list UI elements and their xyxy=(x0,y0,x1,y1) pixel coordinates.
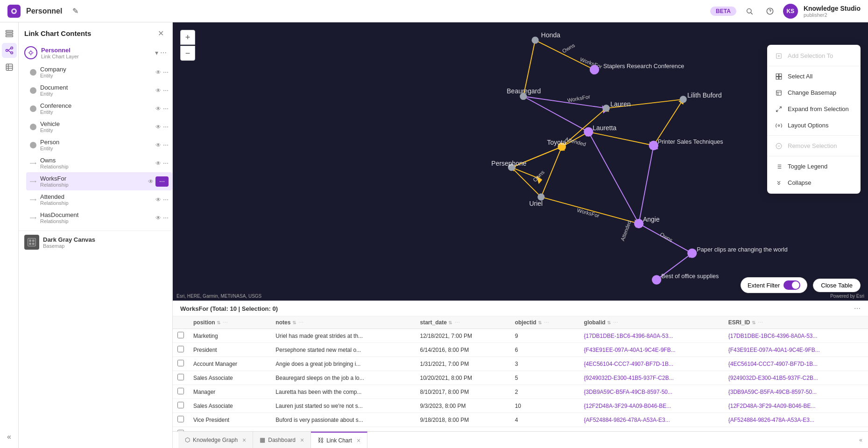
layer-collapse-button[interactable]: ▾ xyxy=(155,49,158,56)
entity-more-conference[interactable]: ⋯ xyxy=(163,105,169,112)
menu-change-basemap[interactable]: Change Basemap xyxy=(767,84,861,101)
col-esriid-header: ESRI_ID ⇅ ⋯ xyxy=(724,316,868,329)
menu-select-all[interactable]: Select All xyxy=(767,68,861,84)
col-sort-position[interactable]: ⇅ xyxy=(217,320,220,325)
col-sort-notes[interactable]: ⇅ xyxy=(292,320,296,325)
svg-text:Toyota: Toyota xyxy=(547,139,566,146)
entity-visibility-company[interactable]: 👁 xyxy=(155,69,161,76)
nav-layers-button[interactable] xyxy=(2,26,17,41)
zoom-out-button[interactable]: − xyxy=(180,46,195,61)
zoom-in-button[interactable]: + xyxy=(180,30,195,45)
row-position-0: Marketing xyxy=(189,329,271,343)
entity-more-owns[interactable]: ⋯ xyxy=(163,160,169,167)
tab-dashboard[interactable]: ▦ Dashboard × xyxy=(253,432,311,448)
nav-table-button[interactable] xyxy=(2,60,17,75)
entity-name-company: Company xyxy=(40,66,152,73)
entity-more-document[interactable]: ⋯ xyxy=(163,87,169,94)
tab-close-dashboard[interactable]: × xyxy=(298,437,304,443)
row-checkbox-0[interactable] xyxy=(173,329,189,343)
menu-remove-selection[interactable]: Remove Selection xyxy=(767,138,861,154)
tab-close-link-chart[interactable]: × xyxy=(355,437,360,444)
nav-collapse-button[interactable]: « xyxy=(2,429,17,444)
col-sort-startdate[interactable]: ⇅ xyxy=(448,320,452,325)
entity-more-worksfor[interactable]: ⋯ xyxy=(155,176,169,187)
entity-more-person[interactable]: ⋯ xyxy=(163,142,169,148)
entity-visibility-worksfor[interactable]: 👁 xyxy=(148,176,154,187)
entity-visibility-vehicle[interactable]: 👁 xyxy=(155,124,161,130)
entity-visibility-hasdocument[interactable]: 👁 xyxy=(155,215,161,221)
row-checkbox-7[interactable] xyxy=(173,427,189,432)
entity-arrow-hasdocument xyxy=(30,216,36,220)
col-menu-notes[interactable]: ⋯ xyxy=(297,320,304,326)
row-objectid-7: 7 xyxy=(510,427,579,432)
tab-link-chart[interactable]: ⛓ Link Chart × xyxy=(311,432,367,448)
col-menu-objectid[interactable]: ⋯ xyxy=(543,320,550,326)
svg-line-50 xyxy=(639,146,654,224)
tab-knowledge-graph[interactable]: ⬡ Knowledge Graph × xyxy=(178,432,253,448)
entity-visibility-attended[interactable]: 👁 xyxy=(155,196,161,203)
entity-visibility-person[interactable]: 👁 xyxy=(155,142,161,148)
row-startdate-1: 6/14/2016, 8:00 PM xyxy=(416,343,510,357)
row-objectid-1: 6 xyxy=(510,343,579,357)
svg-point-18 xyxy=(29,51,32,54)
menu-expand-selection[interactable]: Expand from Selection xyxy=(767,101,861,117)
menu-toggle-legend[interactable]: Toggle Legend xyxy=(767,158,861,175)
search-button[interactable] xyxy=(742,4,757,19)
extent-filter-button[interactable]: Extent Filter xyxy=(741,277,807,293)
user-info: Knowledge Studio publisher2 xyxy=(804,5,861,18)
user-avatar[interactable]: KS xyxy=(783,4,798,19)
entity-type-person: Entity xyxy=(40,146,152,151)
main-layout: « Link Chart Contents ✕ Personnel Link C… xyxy=(0,22,868,448)
entity-type-attended: Relationship xyxy=(40,200,152,206)
row-checkbox-4[interactable] xyxy=(173,385,189,399)
entity-visibility-owns[interactable]: 👁 xyxy=(155,160,161,167)
row-checkbox-6[interactable] xyxy=(173,413,189,427)
entity-type-company: Entity xyxy=(40,73,152,78)
nav-link-chart-button[interactable] xyxy=(2,43,17,58)
map-container[interactable]: Owns WorksFor WorksFor Attended Owns Wor… xyxy=(173,22,868,301)
close-table-button[interactable]: Close Table xyxy=(813,279,861,292)
row-checkbox-1[interactable] xyxy=(173,343,189,357)
edit-title-button[interactable]: ✎ xyxy=(68,4,83,19)
col-menu-esriid[interactable]: ⋯ xyxy=(757,320,764,326)
row-checkbox-3[interactable] xyxy=(173,371,189,385)
row-esriid-5: {12F2D48A-3F29-4A09-B046-BE... xyxy=(724,399,868,413)
entity-more-hasdocument[interactable]: ⋯ xyxy=(163,215,169,221)
layer-more-button[interactable]: ⋯ xyxy=(160,49,167,56)
col-sort-esriid[interactable]: ⇅ xyxy=(752,320,755,325)
row-esriid-7: {FE4A59AB-BAA2-495B-B261-FB... xyxy=(724,427,868,432)
tab-close-knowledge-graph[interactable]: × xyxy=(240,437,246,443)
row-checkbox-2[interactable] xyxy=(173,357,189,371)
entity-worksfor: WorksFor Relationship 👁 ⋯ xyxy=(26,172,172,190)
entity-visibility-document[interactable]: 👁 xyxy=(155,87,161,94)
col-menu-globalid[interactable]: ⋯ xyxy=(612,320,619,326)
entity-more-company[interactable]: ⋯ xyxy=(163,69,169,76)
menu-collapse[interactable]: Collapse xyxy=(767,175,861,191)
expand-selection-icon xyxy=(775,106,783,112)
table-options-button[interactable]: ⋯ xyxy=(854,305,861,312)
personnel-layer: Personnel Link Chart Layer ▾ ⋯ xyxy=(19,42,172,63)
sidebar-close-button[interactable]: ✕ xyxy=(155,28,167,39)
select-all-icon xyxy=(775,73,783,80)
menu-layout-options[interactable]: Layout Options xyxy=(767,117,861,133)
help-button[interactable] xyxy=(762,4,777,19)
col-sort-objectid[interactable]: ⇅ xyxy=(538,320,542,325)
svg-point-85 xyxy=(649,141,658,150)
entity-visibility-conference[interactable]: 👁 xyxy=(155,105,161,112)
svg-line-37 xyxy=(523,97,588,132)
col-menu-startdate[interactable]: ⋯ xyxy=(454,320,461,326)
extent-filter-toggle[interactable] xyxy=(783,280,800,290)
row-checkbox-5[interactable] xyxy=(173,399,189,413)
menu-add-selection-to[interactable]: Add Selection To xyxy=(767,48,861,64)
tab-link-chart-label: Link Chart xyxy=(326,437,352,444)
col-menu-position[interactable]: ⋯ xyxy=(222,320,229,326)
entity-more-attended[interactable]: ⋯ xyxy=(163,196,169,203)
entity-more-vehicle[interactable]: ⋯ xyxy=(163,124,169,130)
tabs-collapse-button[interactable]: « xyxy=(854,437,868,443)
svg-rect-28 xyxy=(29,240,31,241)
table-wrapper[interactable]: position ⇅ ⋯ notes ⇅ ⋯ start_date xyxy=(173,316,868,431)
row-position-4: Manager xyxy=(189,385,271,399)
table-row: Marketing Uriel has made great strides a… xyxy=(173,329,868,343)
col-sort-globalid[interactable]: ⇅ xyxy=(607,320,611,325)
entity-name-conference: Conference xyxy=(40,102,152,109)
